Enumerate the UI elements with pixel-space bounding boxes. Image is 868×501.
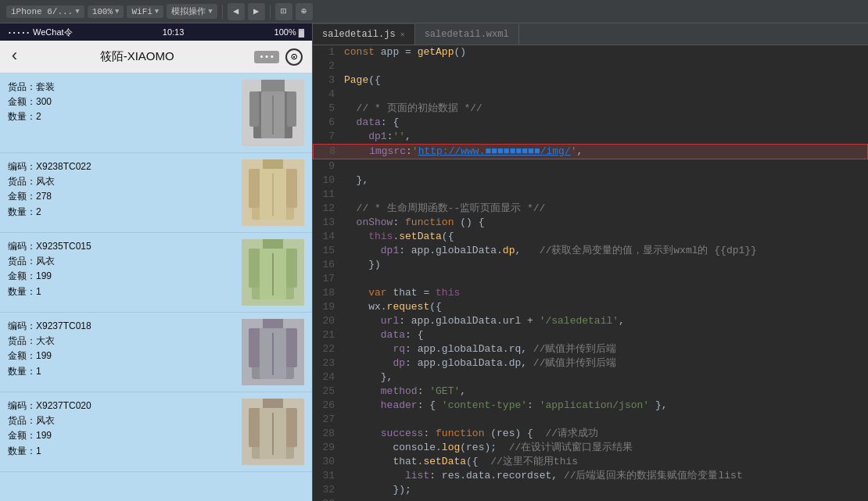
code-line-9: 9 [313,159,868,174]
page-title: 筱陌-XIAOMO [100,49,174,64]
product-code-4: 编码：X9237TC018 [8,319,235,334]
code-line-27: 27 [313,413,868,427]
code-line-19: 19 wx.request({ [313,300,868,314]
coat-svg-3 [246,239,300,306]
code-line-20: 20 url: app.globalData.url + '/saledetai… [313,314,868,328]
main-area: ••••• WeChat令 10:13 100% ▓ ‹ 筱陌-XIAOMO •… [0,23,868,501]
svg-rect-5 [287,91,296,127]
network-label: WiFi [131,7,152,16]
zoom-chevron: ▼ [115,8,119,16]
prev-btn[interactable]: ◀ [228,3,245,20]
camera-button[interactable]: ⊙ [285,48,303,66]
window-btn[interactable]: ⊡ [275,3,292,20]
product-amount-2: 金额：278 [8,189,235,204]
svg-rect-16 [249,249,260,288]
list-item: 编码：X9238TC022 货品：风衣 金额：278 数量：2 [0,153,312,233]
wechat-header: ‹ 筱陌-XIAOMO ••• ⊙ [0,41,312,73]
code-line-5: 5 // * 页面的初始数据 *// [313,102,868,116]
device-selector[interactable]: iPhone 6/... ▼ [6,5,84,18]
battery-icon: ▓ [299,28,304,37]
phone-status-bar: ••••• WeChat令 10:13 100% ▓ [0,23,312,41]
product-qty-1: 数量：2 [8,109,235,124]
product-qty-3: 数量：1 [8,284,235,299]
code-line-14: 14 this.setData({ [313,230,868,244]
code-line-23: 23 dp: app.globalData.dp, //赋值并传到后端 [313,356,868,370]
qr-btn[interactable]: ⊕ [296,3,313,20]
svg-rect-22 [249,328,260,367]
editor-tabs: saledetail.js ✕ saledetail.wxml [313,23,868,45]
code-line-6: 6 data: { [313,116,868,130]
product-amount-1: 金额：300 [8,95,235,109]
tab-wxml[interactable]: saledetail.wxml [415,24,519,45]
device-chevron: ▼ [75,8,79,16]
phone-panel: ••••• WeChat令 10:13 100% ▓ ‹ 筱陌-XIAOMO •… [0,23,313,501]
back-button[interactable]: ‹ [9,47,20,66]
next-btn[interactable]: ▶ [248,3,265,20]
code-line-25: 25 method: 'GET', [313,385,868,399]
zoom-label: 100% [92,7,113,16]
status-time: 10:13 [163,27,185,37]
network-chevron: ▼ [155,8,159,16]
product-qty-5: 数量：1 [8,444,235,459]
device-label: iPhone 6/... [11,7,73,16]
toolbar: iPhone 6/... ▼ 100% ▼ WiFi ▼ 模拟操作 ▼ ◀ ▶ … [0,0,868,23]
code-line-1: 1 const app = getApp() [313,45,868,59]
svg-rect-12 [263,239,283,249]
product-code-3: 编码：X9235TC015 [8,239,235,254]
product-info-2: 编码：X9238TC022 货品：风衣 金额：278 数量：2 [8,159,235,226]
product-info-1: 货品：套装 金额：300 数量：2 [8,80,235,146]
code-line-29: 29 console.log(res); //在设计调试窗口显示结果 [313,441,868,455]
svg-rect-11 [286,169,297,208]
svg-rect-28 [249,408,260,447]
code-line-24: 24 }, [313,370,868,385]
list-item: 编码：X9237TC020 货品：风衣 金额：199 数量：1 [0,392,312,472]
code-line-31: 31 list: res.data.recordset, //后端返回来的数据集… [313,469,868,483]
product-image-5 [242,399,304,465]
list-item: 编码：X9235TC015 货品：风衣 金额：199 数量：1 [0,233,312,313]
svg-rect-18 [263,319,283,328]
product-type-5: 货品：风衣 [8,413,235,428]
code-line-2: 2 [313,59,868,73]
code-area[interactable]: 1 const app = getApp() 2 3 Page({ 4 5 //… [313,45,868,501]
tab-js-close[interactable]: ✕ [400,30,405,39]
product-list: 货品：套装 金额：300 数量：2 [0,73,312,501]
list-item: 编码：X9237TC018 货品：大衣 金额：199 数量：1 [0,313,312,392]
code-line-4: 4 [313,88,868,102]
separator-2 [270,5,271,19]
code-line-32: 32 }); [313,483,868,497]
code-line-21: 21 data: { [313,328,868,342]
code-line-10: 10 }, [313,174,868,188]
product-code-1: 货品：套装 [8,80,235,95]
battery-status: 100% ▓ [274,27,304,37]
product-image-2 [242,159,304,226]
code-line-8: 8 imgsrc:'http://www.■■■■■■■■■/img/', [313,144,868,159]
product-info-5: 编码：X9237TC020 货品：风衣 金额：199 数量：1 [8,399,235,465]
coat-svg-4 [246,319,300,385]
code-line-28: 28 success: function (res) { //请求成功 [313,427,868,441]
product-qty-4: 数量：1 [8,364,235,379]
code-line-30: 30 that.setData({ //这里不能用this [313,455,868,469]
svg-rect-23 [286,328,297,367]
product-type-4: 货品：大衣 [8,334,235,349]
code-line-15: 15 dp1: app.globalData.dp, //获取全局变量的值，显示… [313,244,868,258]
product-type-2: 货品：风衣 [8,174,235,189]
product-code-2: 编码：X9238TC022 [8,159,235,174]
tab-js[interactable]: saledetail.js ✕ [313,24,415,45]
action-chevron: ▼ [208,8,212,16]
zoom-selector[interactable]: 100% ▼ [88,5,124,18]
code-line-13: 13 onShow: function () { [313,216,868,230]
list-item: 货品：套装 金额：300 数量：2 [0,73,312,153]
code-line-17: 17 [313,272,868,286]
product-image-4 [242,319,304,385]
tab-wxml-label: saledetail.wxml [425,29,509,40]
code-line-33: 33 [313,497,868,501]
code-line-3: 3 Page({ [313,73,868,88]
action-selector[interactable]: 模拟操作 ▼ [167,4,217,19]
coat-svg-2 [246,159,300,226]
network-selector[interactable]: WiFi ▼ [127,5,163,18]
more-button[interactable]: ••• [254,51,279,63]
status-left: ••••• WeChat令 [8,27,73,38]
action-label: 模拟操作 [171,5,206,17]
carrier-name: WeChat令 [33,27,73,38]
product-type-3: 货品：风衣 [8,254,235,269]
